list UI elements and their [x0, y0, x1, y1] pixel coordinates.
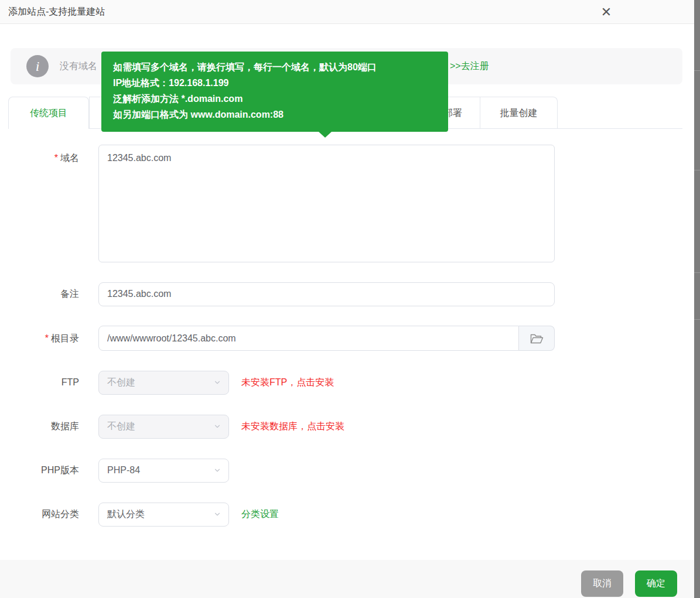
php-version-select[interactable]: PHP-84 [98, 459, 229, 483]
root-dir-label: *根目录 [0, 326, 79, 351]
tooltip-line: IP地址格式：192.168.1.199 [113, 75, 448, 91]
domain-help-tooltip: 如需填写多个域名，请换行填写，每行一个域名，默认为80端口 IP地址格式：192… [101, 52, 448, 132]
domain-textarea[interactable]: 12345.abc.com [98, 145, 555, 262]
database-label: 数据库 [0, 414, 79, 439]
site-category-select-value: 默认分类 [107, 508, 145, 521]
database-select: 不创建 [98, 415, 229, 439]
ftp-install-warning[interactable]: 未安装FTP，点击安装 [241, 377, 334, 389]
folder-icon [530, 333, 544, 344]
info-icon: i [26, 55, 49, 77]
database-row: 数据库 不创建 未安装数据库，点击安装 [0, 414, 562, 439]
tooltip-line: 如另加端口格式为 www.domain.com:88 [113, 107, 448, 122]
required-mark: * [54, 153, 58, 163]
chevron-down-icon [213, 378, 221, 387]
banner-text: 没有域名 [60, 60, 97, 73]
tooltip-line: 如需填写多个域名，请换行填写，每行一个域名，默认为80端口 [113, 59, 448, 75]
required-mark: * [45, 333, 49, 343]
site-category-row: 网站分类 默认分类 分类设置 [0, 502, 562, 527]
ftp-row: FTP 不创建 未安装FTP，点击安装 [0, 370, 562, 395]
note-input[interactable] [98, 282, 555, 306]
root-dir-row: *根目录 [0, 326, 562, 351]
tab-batch-create[interactable]: 批量创建 [480, 97, 557, 128]
confirm-button[interactable]: 确定 [635, 570, 677, 597]
note-row: 备注 [0, 282, 562, 306]
add-site-form: *域名 12345.abc.com 备注 *根目录 [0, 145, 562, 546]
browse-directory-button[interactable] [519, 326, 555, 351]
chevron-down-icon [213, 510, 221, 518]
root-dir-input[interactable] [98, 326, 519, 351]
ftp-select-value: 不创建 [107, 377, 135, 389]
dialog-footer: 取消 确定 [0, 560, 694, 598]
chevron-down-icon [213, 466, 221, 474]
domain-label: *域名 [0, 145, 79, 165]
tooltip-arrow [319, 132, 332, 138]
dialog-header: 添加站点-支持批量建站 [0, 0, 694, 24]
close-icon[interactable]: ✕ [597, 4, 615, 21]
category-settings-link[interactable]: 分类设置 [241, 508, 279, 521]
dialog-title: 添加站点-支持批量建站 [8, 6, 105, 16]
domain-row: *域名 12345.abc.com [0, 145, 562, 262]
php-version-row: PHP版本 PHP-84 [0, 458, 562, 483]
register-domain-link[interactable]: >>去注册 [450, 48, 489, 84]
database-select-value: 不创建 [107, 421, 135, 433]
note-label: 备注 [0, 282, 79, 306]
ftp-select: 不创建 [98, 371, 229, 395]
tab-traditional-project[interactable]: 传统项目 [8, 97, 89, 129]
tooltip-line: 泛解析添加方法 *.domain.com [113, 91, 448, 107]
ftp-label: FTP [0, 370, 79, 395]
chevron-down-icon [213, 422, 221, 430]
database-install-warning[interactable]: 未安装数据库，点击安装 [241, 421, 344, 433]
php-version-label: PHP版本 [0, 458, 79, 483]
site-category-label: 网站分类 [0, 502, 79, 527]
site-category-select[interactable]: 默认分类 [98, 503, 229, 527]
cancel-button[interactable]: 取消 [581, 570, 623, 597]
add-site-dialog: 添加站点-支持批量建站 ✕ i 没有域名 >>去注册 传统项目 部署 批量创建 … [0, 0, 700, 598]
php-version-select-value: PHP-84 [107, 465, 140, 476]
scrollbar[interactable] [694, 0, 700, 598]
